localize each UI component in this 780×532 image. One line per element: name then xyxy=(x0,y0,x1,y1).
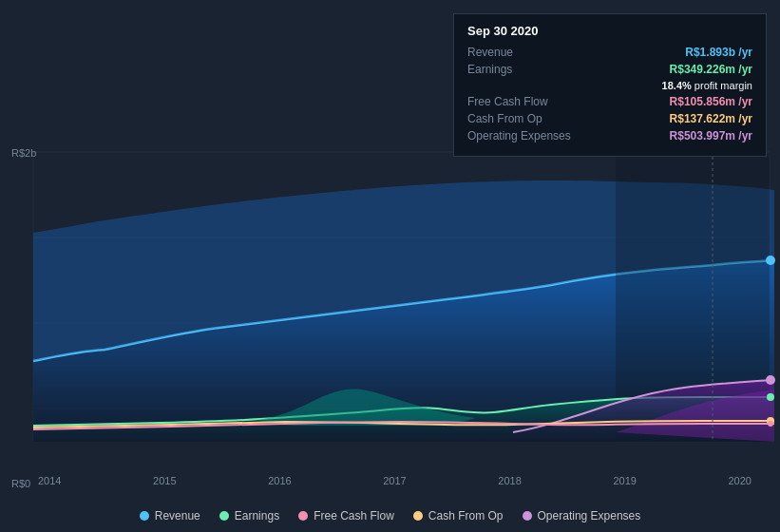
tooltip-opex-row: Operating Expenses R$503.997m /yr xyxy=(467,129,752,142)
legend-opex-label: Operating Expenses xyxy=(538,509,641,522)
legend-earnings-dot xyxy=(219,511,229,521)
y-label-top: R$2b xyxy=(11,147,36,159)
x-label-2019: 2019 xyxy=(613,475,636,486)
x-label-2015: 2015 xyxy=(153,475,176,486)
legend-revenue-label: Revenue xyxy=(155,509,200,522)
tooltip-earnings-row: Earnings R$349.226m /yr xyxy=(467,63,752,76)
x-label-2016: 2016 xyxy=(268,475,291,486)
tooltip-fcf-label: Free Cash Flow xyxy=(467,95,548,108)
x-label-2018: 2018 xyxy=(498,475,521,486)
x-label-2020: 2020 xyxy=(728,475,751,486)
tooltip-revenue-value: R$1.893b /yr xyxy=(685,46,752,59)
legend-fcf-dot xyxy=(298,511,308,521)
tooltip-cashfromop-label: Cash From Op xyxy=(467,112,542,125)
opex-dot xyxy=(766,375,775,385)
legend-cashfromop[interactable]: Cash From Op xyxy=(413,509,504,522)
legend-cashfromop-dot xyxy=(413,511,423,521)
legend-earnings[interactable]: Earnings xyxy=(219,509,279,522)
tooltip-cashfromop-value: R$137.622m /yr xyxy=(670,112,752,125)
chart-legend: Revenue Earnings Free Cash Flow Cash Fro… xyxy=(0,509,780,522)
legend-fcf-label: Free Cash Flow xyxy=(314,509,394,522)
legend-revenue[interactable]: Revenue xyxy=(140,509,200,522)
tooltip-margin-value: 18.4% profit margin xyxy=(662,80,752,91)
tooltip-opex-value: R$503.997m /yr xyxy=(670,129,752,142)
x-label-2014: 2014 xyxy=(38,475,61,486)
tooltip-earnings-label: Earnings xyxy=(467,63,512,76)
x-label-2017: 2017 xyxy=(383,475,406,486)
tooltip-revenue-row: Revenue R$1.893b /yr xyxy=(467,46,752,59)
tooltip-cashfromop-row: Cash From Op R$137.622m /yr xyxy=(467,112,752,125)
legend-fcf[interactable]: Free Cash Flow xyxy=(298,509,394,522)
legend-earnings-label: Earnings xyxy=(235,509,279,522)
tooltip-fcf-value: R$105.856m /yr xyxy=(670,95,752,108)
earnings-dot xyxy=(767,393,774,401)
legend-revenue-dot xyxy=(140,511,149,521)
x-axis: 2014 2015 2016 2017 2018 2019 2020 xyxy=(0,475,780,486)
tooltip-fcf-row: Free Cash Flow R$105.856m /yr xyxy=(467,95,752,108)
tooltip-revenue-label: Revenue xyxy=(467,46,513,59)
tooltip-date: Sep 30 2020 xyxy=(467,24,752,38)
legend-opex-dot xyxy=(523,511,532,521)
tooltip-margin-row: 18.4% profit margin xyxy=(467,80,752,91)
fcf-dot xyxy=(768,421,773,427)
tooltip-earnings-value: R$349.226m /yr xyxy=(670,63,752,76)
revenue-dot xyxy=(766,256,775,265)
tooltip-opex-label: Operating Expenses xyxy=(467,129,571,142)
tooltip-panel: Sep 30 2020 Revenue R$1.893b /yr Earning… xyxy=(453,13,767,157)
legend-opex[interactable]: Operating Expenses xyxy=(523,509,641,522)
legend-cashfromop-label: Cash From Op xyxy=(428,509,504,522)
